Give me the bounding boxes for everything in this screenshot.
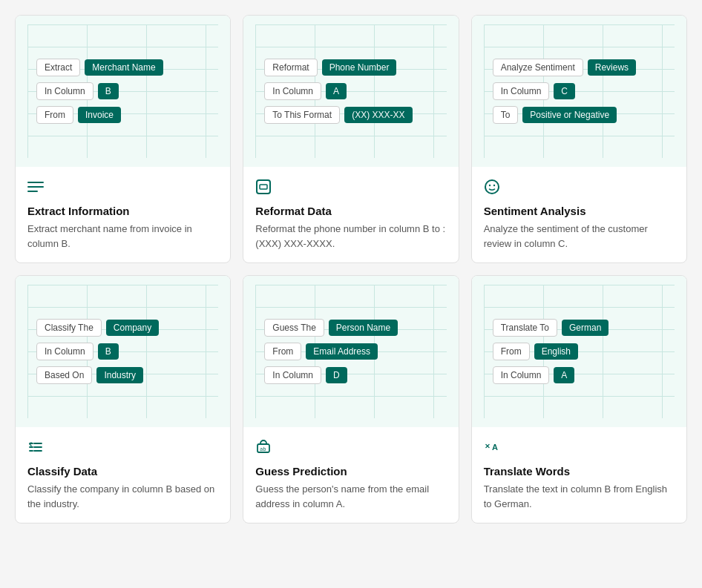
- tag-label: Translate To: [493, 319, 557, 337]
- tag-row: To This Format(XX) XXX-XX: [264, 106, 412, 124]
- tag-row: Classify TheCompany: [36, 319, 159, 337]
- tag-label: Guess The: [264, 319, 324, 337]
- tag-row: Based OnIndustry: [36, 366, 143, 384]
- tag-label: In Column: [493, 82, 550, 100]
- svg-text:✕: ✕: [485, 443, 491, 450]
- svg-point-7: [493, 185, 494, 186]
- tag-label: From: [493, 343, 530, 360]
- card-title: Guess Prediction: [255, 465, 446, 478]
- card-desc: Classify the company in column B based o…: [27, 482, 218, 511]
- svg-point-5: [485, 180, 499, 194]
- tag-value: A: [326, 83, 347, 99]
- tag-value: Phone Number: [322, 59, 397, 76]
- card-title: Classify Data: [27, 465, 218, 478]
- tag-label: To This Format: [264, 106, 340, 124]
- tag-value: D: [326, 367, 347, 383]
- tag-label: Extract: [36, 59, 80, 76]
- tag-value: Industry: [96, 367, 143, 383]
- card-grid: ExtractMerchant NameIn ColumnBFromInvoic…: [15, 15, 687, 523]
- tag-value: German: [562, 320, 608, 336]
- card-title: Translate Words: [484, 465, 675, 478]
- card-desc: Translate the text in column B from Engl…: [484, 482, 675, 511]
- tag-label: In Column: [493, 366, 550, 384]
- svg-rect-2: [27, 191, 38, 192]
- tag-label: In Column: [36, 343, 94, 360]
- tag-value: A: [554, 367, 574, 383]
- tag-label: In Column: [36, 82, 94, 100]
- card-classify-data[interactable]: Classify TheCompanyIn ColumnBBased OnInd…: [15, 275, 231, 523]
- card-desc: Reformat the phone number in column B to…: [255, 222, 446, 251]
- tag-row: ExtractMerchant Name: [36, 59, 163, 76]
- tag-row: In ColumnC: [493, 82, 575, 100]
- tag-row: ReformatPhone Number: [264, 59, 396, 76]
- card-title: Extract Information: [27, 205, 218, 217]
- tag-row: FromInvoice: [36, 106, 121, 124]
- tag-value: Positive or Negative: [522, 107, 617, 123]
- tag-value: (XX) XXX-XX: [344, 107, 412, 123]
- card-reformat-data[interactable]: ReformatPhone NumberIn ColumnATo This Fo…: [243, 15, 459, 263]
- extract-info-icon: [27, 179, 218, 199]
- svg-rect-0: [27, 182, 44, 183]
- guess-prediction-icon: ab: [255, 439, 446, 459]
- card-translate-words[interactable]: Translate ToGermanFromEnglishIn ColumnA✕…: [471, 275, 687, 523]
- tag-label: From: [264, 343, 301, 360]
- card-guess-prediction[interactable]: Guess ThePerson NameFromEmail AddressIn …: [243, 275, 459, 523]
- tag-row: In ColumnB: [36, 82, 119, 100]
- tag-value: Email Address: [306, 343, 378, 360]
- tag-value: C: [554, 83, 575, 99]
- tag-row: In ColumnA: [264, 82, 347, 100]
- tag-row: In ColumnB: [36, 343, 119, 360]
- svg-text:ab: ab: [260, 446, 266, 452]
- card-desc: Guess the person's name from the email a…: [255, 482, 446, 511]
- card-desc: Extract merchant name from invoice in co…: [27, 222, 218, 251]
- svg-point-6: [488, 185, 490, 186]
- sentiment-analysis-icon: [484, 179, 675, 199]
- tag-row: In ColumnA: [493, 366, 575, 384]
- tag-label: Analyze Sentiment: [493, 59, 583, 76]
- svg-rect-4: [260, 185, 267, 189]
- tag-label: Classify The: [36, 319, 102, 337]
- svg-rect-1: [27, 186, 44, 188]
- tag-value: Merchant Name: [85, 59, 163, 76]
- tag-value: Invoice: [78, 107, 121, 123]
- card-desc: Analyze the sentiment of the customer re…: [484, 222, 675, 251]
- tag-row: Translate ToGerman: [493, 319, 609, 337]
- card-sentiment-analysis[interactable]: Analyze SentimentReviewsIn ColumnCToPosi…: [471, 15, 687, 263]
- tag-row: Analyze SentimentReviews: [493, 59, 636, 76]
- classify-data-icon: [27, 439, 218, 459]
- tag-label: In Column: [264, 366, 321, 384]
- card-title: Reformat Data: [255, 205, 446, 217]
- tag-label: To: [493, 106, 519, 124]
- tag-label: From: [36, 106, 73, 124]
- svg-text:A: A: [492, 443, 498, 452]
- tag-row: In ColumnD: [264, 366, 347, 384]
- tag-row: Guess ThePerson Name: [264, 319, 398, 337]
- translate-words-icon: ✕A: [484, 439, 675, 459]
- tag-row: FromEnglish: [493, 343, 578, 360]
- card-extract-info[interactable]: ExtractMerchant NameIn ColumnBFromInvoic…: [15, 15, 231, 263]
- tag-value: Reviews: [588, 59, 636, 76]
- tag-value: Company: [106, 320, 159, 336]
- tag-value: Person Name: [329, 320, 398, 336]
- tag-value: English: [534, 343, 578, 360]
- tag-row: ToPositive or Negative: [493, 106, 617, 124]
- card-title: Sentiment Analysis: [484, 205, 675, 217]
- tag-value: B: [98, 83, 119, 99]
- tag-label: In Column: [264, 82, 321, 100]
- tag-row: FromEmail Address: [264, 343, 378, 360]
- tag-label: Reformat: [264, 59, 317, 76]
- reformat-data-icon: [255, 179, 446, 199]
- svg-rect-3: [257, 180, 270, 194]
- tag-value: B: [98, 343, 119, 360]
- tag-label: Based On: [36, 366, 92, 384]
